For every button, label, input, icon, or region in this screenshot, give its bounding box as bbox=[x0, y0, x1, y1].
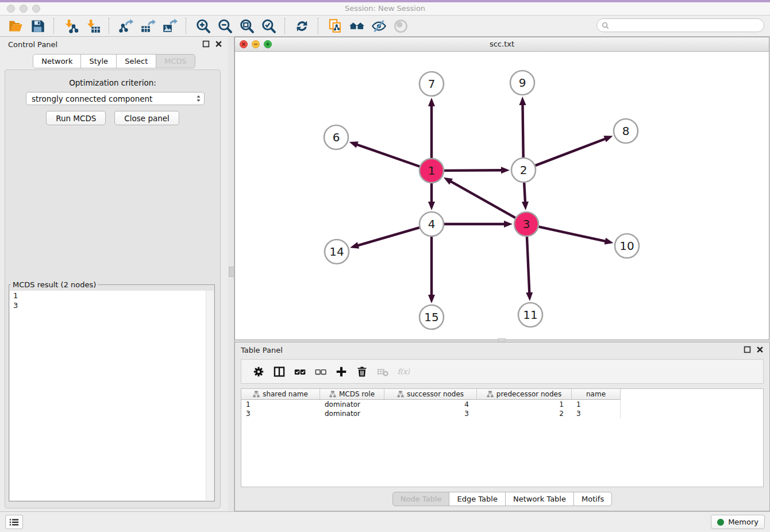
clone-network-icon bbox=[328, 18, 343, 34]
edge-2-9[interactable] bbox=[522, 104, 523, 157]
table-cell[interactable]: 4 bbox=[384, 400, 477, 409]
table-tabs: Node TableEdge TableNetwork TableMotifs bbox=[235, 492, 769, 506]
result-scrollbar[interactable] bbox=[206, 291, 214, 500]
edge-2-3[interactable] bbox=[524, 183, 525, 203]
table-tab-node-table[interactable]: Node Table bbox=[392, 492, 450, 506]
zoom-out-button[interactable] bbox=[214, 17, 236, 35]
table-tab-motifs[interactable]: Motifs bbox=[573, 492, 612, 506]
edge-2-8[interactable] bbox=[536, 138, 606, 165]
memory-button[interactable]: Memory bbox=[711, 515, 765, 529]
edge-1-2[interactable] bbox=[444, 170, 502, 171]
table-options-button[interactable] bbox=[248, 363, 269, 380]
node-label-8: 8 bbox=[622, 124, 630, 138]
home-button[interactable] bbox=[346, 17, 368, 35]
table-tab-edge-table[interactable]: Edge Table bbox=[449, 492, 505, 506]
network-window-titlebar[interactable]: scc.txt bbox=[235, 37, 769, 52]
column-label: shared name bbox=[263, 390, 308, 398]
close-table-panel-icon[interactable] bbox=[756, 346, 764, 353]
zoom-fit-button[interactable] bbox=[236, 17, 257, 35]
open-session-button[interactable] bbox=[5, 17, 26, 35]
import-network-icon bbox=[63, 18, 79, 34]
dropdown-stepper-icon bbox=[192, 94, 204, 103]
status-bar: Memory bbox=[0, 511, 770, 532]
network-title: scc.txt bbox=[235, 40, 769, 48]
float-table-panel-icon[interactable] bbox=[744, 346, 751, 353]
arrowhead-2-9 bbox=[519, 97, 526, 105]
delete-column-button[interactable] bbox=[352, 363, 372, 380]
eye-disabled-icon bbox=[393, 18, 409, 34]
export-image-button[interactable] bbox=[159, 17, 180, 35]
zoom-in-button[interactable] bbox=[192, 17, 214, 35]
arrowhead-3-1 bbox=[444, 178, 453, 185]
criterion-dropdown[interactable]: strongly connected component bbox=[26, 92, 205, 105]
search-input[interactable] bbox=[612, 21, 764, 30]
toolbar-separator bbox=[284, 18, 286, 34]
table-cell[interactable]: 1 bbox=[477, 400, 572, 409]
zoom-selected-icon bbox=[261, 18, 276, 34]
close-panel-button[interactable]: Close panel bbox=[114, 111, 179, 125]
column-header-successor-nodes[interactable]: successor nodes bbox=[384, 389, 477, 400]
column-header-name[interactable]: name bbox=[572, 389, 621, 400]
node-table: shared nameMCDS rolesuccessor nodesprede… bbox=[241, 388, 764, 487]
column-header-predecessor-nodes[interactable]: predecessor nodes bbox=[477, 389, 572, 400]
column-header-shared-name[interactable]: shared name bbox=[241, 389, 320, 400]
table-cell[interactable]: 1 bbox=[572, 400, 621, 409]
application-window: Session: New Session Control Panel Netwo… bbox=[0, 0, 770, 532]
task-history-button[interactable] bbox=[5, 515, 23, 529]
optimization-criterion-label: Optimization criterion: bbox=[5, 78, 220, 87]
table-cell[interactable]: 3 bbox=[572, 409, 621, 418]
delete-table-icon bbox=[376, 365, 389, 378]
network-view-window: scc.txt 7968124314101511 bbox=[234, 37, 769, 340]
edge-4-14[interactable] bbox=[357, 228, 419, 246]
apply-layout-button[interactable] bbox=[291, 17, 313, 35]
memory-status-icon bbox=[717, 519, 724, 526]
tab-mcds[interactable]: MCDS bbox=[156, 54, 195, 68]
table-row[interactable]: 1dominator411 bbox=[241, 400, 763, 409]
clone-network-button[interactable] bbox=[324, 17, 346, 35]
run-mcds-button[interactable]: Run MCDS bbox=[46, 111, 106, 125]
show-columns-button[interactable] bbox=[269, 363, 290, 380]
zoom-in-icon bbox=[195, 18, 211, 34]
edge-3-11[interactable] bbox=[527, 237, 529, 294]
export-table-button[interactable] bbox=[137, 17, 159, 35]
column-header-MCDS-role[interactable]: MCDS role bbox=[320, 389, 384, 400]
list-icon bbox=[9, 518, 19, 526]
panel-splitter[interactable] bbox=[228, 37, 234, 511]
tab-network[interactable]: Network bbox=[33, 54, 81, 68]
arrowhead-1-6 bbox=[349, 141, 359, 148]
table-cell[interactable]: dominator bbox=[320, 409, 384, 418]
splitter-grip[interactable] bbox=[229, 267, 234, 277]
network-canvas[interactable]: 7968124314101511 bbox=[235, 52, 769, 340]
zoom-selected-button[interactable] bbox=[257, 17, 279, 35]
edge-1-6[interactable] bbox=[356, 144, 419, 167]
table-tab-network-table[interactable]: Network Table bbox=[505, 492, 574, 506]
close-panel-icon[interactable] bbox=[215, 40, 222, 48]
delete-table-button bbox=[372, 363, 393, 380]
arrowhead-3-10 bbox=[605, 238, 614, 245]
deselect-all-columns-button[interactable] bbox=[310, 363, 331, 380]
export-network-button[interactable] bbox=[115, 17, 137, 35]
table-cell[interactable]: 1 bbox=[241, 400, 320, 409]
table-cell[interactable]: 3 bbox=[241, 409, 320, 418]
select-all-columns-button[interactable] bbox=[290, 363, 310, 380]
table-cell[interactable]: 3 bbox=[384, 409, 477, 418]
tab-style[interactable]: Style bbox=[80, 54, 117, 68]
create-column-button[interactable] bbox=[331, 363, 352, 380]
search-box[interactable] bbox=[596, 18, 764, 32]
table-cell[interactable]: dominator bbox=[320, 400, 384, 409]
table-row[interactable]: 3dominator323 bbox=[241, 409, 763, 418]
hide-panels-button[interactable] bbox=[368, 17, 390, 35]
float-panel-icon[interactable] bbox=[202, 40, 210, 48]
function-builder-button: f(x) bbox=[393, 363, 414, 380]
edge-3-10[interactable] bbox=[538, 227, 606, 241]
mcds-result-list[interactable]: 13 bbox=[10, 291, 214, 500]
save-session-button[interactable] bbox=[26, 17, 48, 35]
import-network-button[interactable] bbox=[60, 17, 82, 35]
tab-select[interactable]: Select bbox=[116, 54, 156, 68]
edge-3-1[interactable] bbox=[450, 181, 515, 218]
zoom-fit-icon bbox=[239, 18, 255, 34]
table-cell[interactable]: 2 bbox=[477, 409, 572, 418]
import-table-button[interactable] bbox=[82, 17, 103, 35]
select-all-icon bbox=[294, 365, 306, 378]
zoom-out-icon bbox=[217, 18, 233, 34]
